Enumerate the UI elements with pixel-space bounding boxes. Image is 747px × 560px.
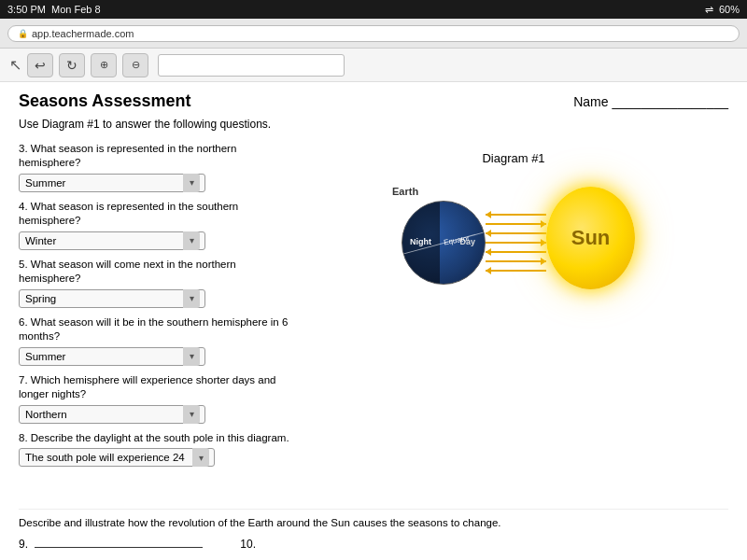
arrow-5: [486, 248, 546, 256]
question-6: 6. What season will it be in the souther…: [19, 315, 289, 366]
q6-select-wrapper: Summer Winter Spring Fall ▾: [19, 347, 205, 366]
q3-select[interactable]: Summer Winter Spring Fall: [19, 174, 205, 192]
diagram-container: Earth Night Day Equator: [392, 173, 635, 341]
date-display: Mon Feb 8: [51, 4, 101, 15]
question-6-text: 6. What season will it be in the souther…: [19, 315, 289, 344]
diagram-title: Diagram #1: [482, 151, 544, 165]
question-5-text: 5. What season will come next in the nor…: [19, 258, 289, 287]
battery-display: 60%: [719, 4, 740, 15]
time-display: 3:50 PM: [7, 4, 46, 15]
name-area: Name ________________: [573, 94, 728, 109]
q6-select[interactable]: Summer Winter Spring Fall: [19, 347, 205, 366]
question-7-text: 7. Which hemisphere will experience shor…: [19, 373, 289, 402]
question-8-text: 8. Describe the daylight at the south po…: [19, 431, 289, 446]
arrows-container: [486, 210, 546, 275]
page-title: Seasons Assessment: [19, 91, 190, 111]
toolbar-spacer: [158, 54, 345, 77]
arrow-3: [486, 230, 546, 237]
bottom-question-9: 9.: [19, 538, 203, 551]
q7-select[interactable]: Northern Southern: [19, 405, 205, 424]
question-3-text: 3. What season is represented in the nor…: [19, 142, 289, 171]
undo-button[interactable]: ↩: [27, 53, 53, 77]
bottom-question-10: 10.: [240, 538, 256, 551]
question-4: 4. What season is represented in the sou…: [19, 200, 289, 250]
arrow-7: [486, 267, 546, 274]
name-label: Name: [573, 94, 608, 109]
bottom-instructions: Describe and illustrate how the revoluti…: [19, 517, 501, 528]
question-3: 3. What season is represented in the nor…: [19, 142, 289, 192]
bottom-text: Describe and illustrate how the revoluti…: [19, 509, 728, 530]
sun-label: Sun: [571, 226, 611, 250]
q7-select-wrapper: Northern Southern ▾: [19, 405, 205, 424]
q10-number: 10.: [240, 538, 256, 551]
earth-globe: Night Day Equator: [402, 201, 486, 285]
earth-label: Earth: [392, 186, 418, 197]
q9-line: [35, 547, 203, 548]
zoom-in-button[interactable]: ⊕: [91, 53, 117, 77]
main-content: Seasons Assessment Name ________________…: [0, 82, 747, 560]
night-label: Night: [410, 237, 431, 246]
question-4-text: 4. What season is represented in the sou…: [19, 200, 289, 229]
q5-select[interactable]: Summer Winter Spring Fall: [19, 289, 205, 308]
q5-select-wrapper: Summer Winter Spring Fall ▾: [19, 289, 205, 308]
url-text: app.teachermade.com: [32, 28, 134, 39]
question-7: 7. Which hemisphere will experience shor…: [19, 373, 289, 424]
q4-select-wrapper: Summer Winter Spring Fall ▾: [19, 231, 205, 250]
diagram-column: Diagram #1 Earth Night Day Equator: [299, 142, 728, 501]
status-bar-left: 3:50 PM Mon Feb 8: [7, 4, 101, 15]
status-bar: 3:50 PM Mon Feb 8 ⇌ 60%: [0, 0, 747, 19]
status-bar-right: ⇌ 60%: [705, 4, 740, 16]
bottom-questions: 9. 10.: [19, 538, 728, 551]
url-bar[interactable]: 🔒 app.teachermade.com: [7, 25, 740, 42]
questions-column: 3. What season is represented in the nor…: [19, 142, 289, 501]
content-area: 3. What season is represented in the nor…: [19, 142, 728, 501]
arrow-2: [486, 220, 546, 228]
q8-select[interactable]: The south pole will experience 24 The so…: [19, 448, 215, 467]
q9-number: 9.: [19, 538, 31, 551]
sun-object: Sun: [546, 187, 635, 289]
cursor-icon: ↖: [9, 56, 21, 74]
page-header: Seasons Assessment Name ________________: [19, 91, 728, 111]
arrow-6: [486, 258, 546, 265]
question-8: 8. Describe the daylight at the south po…: [19, 431, 289, 468]
q8-select-wrapper: The south pole will experience 24 The so…: [19, 448, 215, 467]
redo-button[interactable]: ↻: [59, 53, 85, 77]
toolbar: ↖ ↩ ↻ ⊕ ⊖: [0, 49, 747, 82]
q4-select[interactable]: Summer Winter Spring Fall: [19, 231, 205, 250]
question-5: 5. What season will come next in the nor…: [19, 258, 289, 308]
arrow-1: [486, 211, 546, 218]
wifi-icon: ⇌: [705, 4, 713, 16]
browser-bar: 🔒 app.teachermade.com: [0, 19, 747, 49]
instructions: Use Diagram #1 to answer the following q…: [19, 117, 728, 133]
lock-icon: 🔒: [18, 29, 28, 38]
q3-select-wrapper: Summer Winter Spring Fall ▾: [19, 174, 205, 192]
q3-number: 3.: [19, 143, 31, 154]
name-underline: ________________: [612, 94, 728, 109]
arrow-4: [486, 239, 546, 246]
zoom-out-button[interactable]: ⊖: [122, 53, 148, 77]
